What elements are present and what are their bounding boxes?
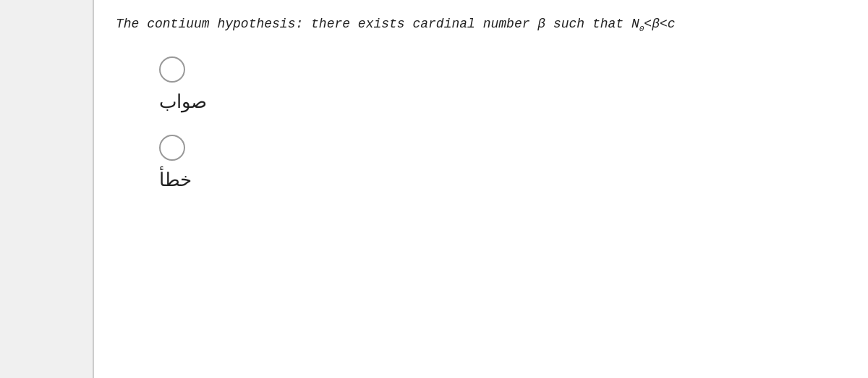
label-correct: صواب: [159, 91, 207, 113]
radio-wrong[interactable]: [159, 135, 185, 161]
options-area: صواب خطأ: [116, 56, 846, 191]
option-wrong: خطأ: [159, 135, 846, 191]
hypothesis-text-main: The contiuum hypothesis: there exists ca…: [116, 17, 639, 31]
hypothesis-text-suffix: <β<c: [644, 17, 675, 31]
page-container: The contiuum hypothesis: there exists ca…: [0, 0, 868, 378]
left-sidebar: [0, 0, 94, 378]
option-correct: صواب: [159, 56, 846, 113]
radio-correct[interactable]: [159, 56, 185, 83]
main-content: The contiuum hypothesis: there exists ca…: [94, 0, 868, 378]
label-wrong: خطأ: [159, 169, 192, 191]
hypothesis-statement: The contiuum hypothesis: there exists ca…: [116, 14, 846, 35]
